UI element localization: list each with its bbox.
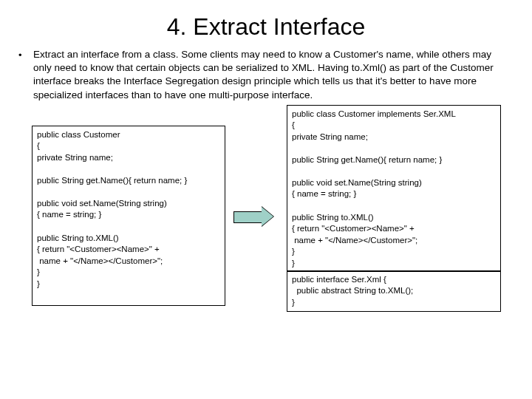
- slide-title: 4. Extract Interface: [0, 13, 532, 41]
- description-text: Extract an interface from a class. Some …: [33, 48, 510, 102]
- arrow-icon: [233, 208, 273, 225]
- bullet-marker: •: [18, 48, 33, 102]
- bullet-paragraph: • Extract an interface from a class. Som…: [0, 48, 532, 102]
- left-code-box: public class Customer { private String n…: [32, 126, 225, 306]
- right-code-box-class: public class Customer implements Ser.XML…: [287, 105, 501, 272]
- right-code-box-interface: public interface Ser.Xml { public abstra…: [287, 270, 501, 312]
